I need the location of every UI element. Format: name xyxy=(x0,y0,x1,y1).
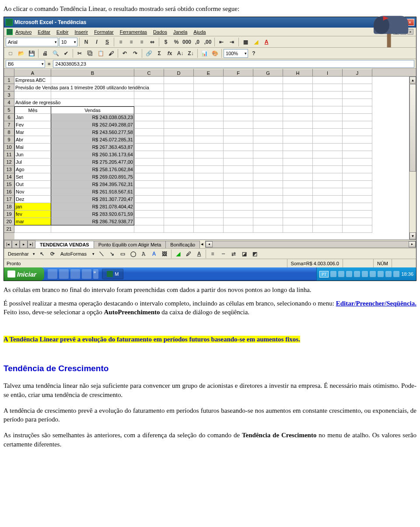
cell[interactable] xyxy=(343,144,372,151)
cell[interactable] xyxy=(194,211,224,218)
cell[interactable] xyxy=(343,99,372,106)
tray-icon[interactable] xyxy=(385,271,392,277)
cell[interactable] xyxy=(164,99,194,106)
undo-button[interactable]: ↶ xyxy=(120,49,130,58)
cell[interactable] xyxy=(194,129,224,136)
align-right-button[interactable]: ≡ xyxy=(137,37,147,47)
font-color-draw[interactable]: A xyxy=(194,249,204,259)
minimize-button[interactable]: _ xyxy=(386,19,395,26)
cell[interactable]: Dez xyxy=(14,196,51,203)
cell[interactable]: Ago xyxy=(14,166,51,173)
cell[interactable] xyxy=(253,181,283,188)
row-header[interactable]: 18 xyxy=(4,203,14,211)
print-button[interactable]: 🖨 xyxy=(40,49,50,58)
horizontal-scrollbar[interactable]: ◂ ▸ xyxy=(205,241,416,248)
preview-button[interactable]: 🔍 xyxy=(51,49,60,58)
cell[interactable] xyxy=(313,211,343,218)
cell[interactable] xyxy=(164,188,194,196)
cell[interactable]: R$ 286.762.938,77 xyxy=(51,218,134,225)
cell[interactable] xyxy=(224,211,253,218)
cell[interactable] xyxy=(343,225,372,233)
cell[interactable] xyxy=(134,77,164,84)
rotate-button[interactable]: ⟳ xyxy=(48,249,57,259)
cell[interactable] xyxy=(343,173,372,181)
tab-first-button[interactable]: |◂ xyxy=(4,240,12,248)
quicklaunch-icon[interactable] xyxy=(48,269,57,279)
cell[interactable] xyxy=(343,136,372,144)
align-center-button[interactable]: ≡ xyxy=(126,37,136,47)
cell[interactable] xyxy=(134,196,164,203)
percent-button[interactable]: % xyxy=(172,37,181,47)
cell[interactable] xyxy=(253,196,283,203)
cell[interactable] xyxy=(194,181,224,188)
cell[interactable] xyxy=(313,114,343,121)
cell[interactable] xyxy=(134,91,164,99)
cell[interactable] xyxy=(283,129,313,136)
cell[interactable] xyxy=(224,218,253,225)
taskbar-entry-excel[interactable]: M xyxy=(102,269,123,279)
bold-button[interactable]: N xyxy=(81,37,91,47)
cell[interactable]: Nov xyxy=(14,188,51,196)
name-box[interactable]: B6 xyxy=(6,60,45,68)
menu-editar[interactable]: Editar xyxy=(38,29,50,35)
cell[interactable] xyxy=(164,151,194,158)
cell[interactable] xyxy=(194,121,224,129)
cell[interactable] xyxy=(164,121,194,129)
cell[interactable] xyxy=(343,106,372,114)
help-button[interactable]: ? xyxy=(249,49,259,58)
cell[interactable] xyxy=(253,99,283,106)
cell[interactable] xyxy=(313,77,343,84)
cell[interactable] xyxy=(134,203,164,211)
row-header[interactable]: 20 xyxy=(4,218,14,225)
mdi-minimize[interactable]: _ xyxy=(393,29,399,35)
cell[interactable] xyxy=(313,121,343,129)
cell[interactable] xyxy=(253,188,283,196)
row-header[interactable]: 2 xyxy=(4,84,14,91)
wordart-button[interactable]: A xyxy=(149,249,159,259)
cell[interactable] xyxy=(224,158,253,166)
autoshapes-menu[interactable]: AutoFormas xyxy=(58,249,96,258)
line-button[interactable]: ＼ xyxy=(97,249,106,259)
column-header[interactable]: I xyxy=(313,69,343,77)
cell[interactable] xyxy=(224,129,253,136)
cell[interactable]: Out xyxy=(14,181,51,188)
cell[interactable] xyxy=(283,77,313,84)
cell[interactable] xyxy=(14,225,51,233)
row-header[interactable]: 4 xyxy=(4,99,14,106)
menu-arquivo[interactable]: Arquivo xyxy=(15,29,32,35)
tab-next-button[interactable]: ▸ xyxy=(20,240,28,248)
cell[interactable]: R$ 275.205.477,00 xyxy=(51,158,134,166)
cell[interactable] xyxy=(283,136,313,144)
cell[interactable] xyxy=(134,158,164,166)
save-button[interactable]: 💾 xyxy=(27,49,36,58)
cell[interactable] xyxy=(224,166,253,173)
cell[interactable]: R$ 281.307.720,47 xyxy=(51,196,134,203)
cell[interactable] xyxy=(253,121,283,129)
cell[interactable] xyxy=(134,188,164,196)
cell[interactable] xyxy=(253,106,283,114)
vertical-scrollbar[interactable]: ▲ ▼ xyxy=(409,77,416,239)
cell[interactable] xyxy=(283,173,313,181)
cell[interactable] xyxy=(313,151,343,158)
cell[interactable] xyxy=(194,173,224,181)
currency-button[interactable]: $ xyxy=(161,37,171,47)
3d-button[interactable]: ◩ xyxy=(250,249,259,259)
chart-button[interactable]: 📊 xyxy=(200,49,209,58)
increase-indent-button[interactable]: ⇥ xyxy=(227,37,237,47)
row-header[interactable]: 21 xyxy=(4,225,14,233)
line-color-button[interactable]: 🖊 xyxy=(184,249,193,259)
textbox-button[interactable]: 𝙰 xyxy=(139,249,148,259)
cell[interactable] xyxy=(343,188,372,196)
cell[interactable] xyxy=(313,144,343,151)
cell[interactable]: R$ 283.920.671,59 xyxy=(51,211,134,218)
cell[interactable] xyxy=(283,144,313,151)
tab-last-button[interactable]: ▸| xyxy=(28,240,35,248)
cell[interactable] xyxy=(313,106,343,114)
cell[interactable] xyxy=(194,203,224,211)
tray-icon[interactable] xyxy=(330,271,336,277)
cell[interactable] xyxy=(343,158,372,166)
cell[interactable] xyxy=(194,84,224,91)
sort-desc-button[interactable]: Z↓ xyxy=(186,49,196,58)
cell[interactable] xyxy=(313,225,343,233)
cell[interactable] xyxy=(134,121,164,129)
